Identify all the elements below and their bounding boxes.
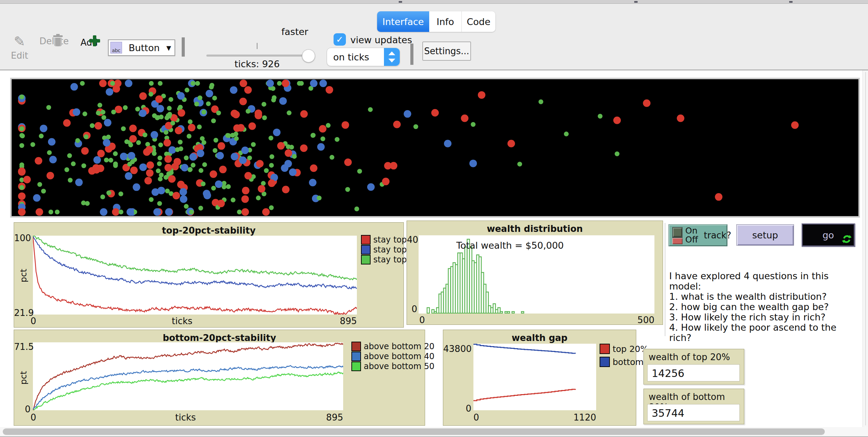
stepper-icon[interactable] <box>384 48 400 66</box>
y-axis-max: 71.5 <box>14 342 31 352</box>
go-button-label: go <box>822 230 834 240</box>
monitor-wealth-top-20: wealth of top 20% 14256 <box>643 349 744 385</box>
x-axis-min: 0 <box>31 412 36 423</box>
y-axis-max: 43800 <box>443 344 471 354</box>
toolbar: Interface Info Code ✎ Edit Delete Add ab… <box>0 4 868 70</box>
delete-button[interactable]: Delete <box>39 34 67 46</box>
dropdown-caret-icon: ▼ <box>166 44 171 51</box>
toolbar-separator <box>410 44 413 65</box>
plot-wealth-gap: wealth gap 43800 0 0 1120 top 20% bottom… <box>443 330 636 426</box>
plot-title: top-20pct-stability <box>14 225 403 236</box>
x-axis-min: 0 <box>473 412 479 423</box>
legend-swatch <box>351 362 361 371</box>
plot-top-20pct-stability: top-20pct-stability 100 21.9 pct 0 ticks… <box>14 222 404 328</box>
speed-slider-label: faster <box>274 26 315 37</box>
legend-swatch <box>600 357 610 367</box>
x-axis-max: 500 <box>630 315 654 325</box>
titlebar-artifact <box>789 1 793 3</box>
switch-knob-off-icon[interactable] <box>672 238 683 244</box>
tab-code[interactable]: Code <box>462 11 495 32</box>
note-line: 4. How likely the poor ascend to the ric… <box>669 322 861 343</box>
y-axis-title: pct <box>19 269 28 282</box>
view-updates-label: view updates <box>350 35 412 45</box>
plot-title: wealth distribution <box>407 224 663 234</box>
track-switch[interactable]: On Off track? <box>668 224 727 246</box>
x-axis-max: 895 <box>333 316 357 326</box>
plot-area <box>33 342 343 410</box>
panel-divider <box>665 223 665 336</box>
legend-item: above bottom 50 <box>351 362 434 371</box>
switch-off-label: Off <box>685 235 698 245</box>
monitor-wealth-bottom-80: wealth of bottom 80% 35744 <box>643 389 744 424</box>
legend-item: above bottom 20 <box>351 342 434 351</box>
toolbar-separator <box>182 37 185 57</box>
tab-bar: Interface Info Code <box>377 11 495 32</box>
x-axis-title: ticks <box>175 412 196 423</box>
speed-slider-tick <box>257 43 257 49</box>
monitor-value: 35744 <box>652 407 684 419</box>
forever-icon <box>842 234 852 244</box>
ticks-counter: ticks: 926 <box>219 59 295 69</box>
update-mode-dropdown[interactable]: on ticks <box>327 48 400 66</box>
y-axis-min: 21.9 <box>14 308 31 318</box>
plot-bottom-20pct-stability: bottom-20pct-stability 71.5 0 pct 0 tick… <box>14 330 425 426</box>
legend-swatch <box>361 235 371 245</box>
edit-button[interactable]: ✎ Edit <box>8 35 32 61</box>
x-axis-max: 895 <box>319 412 343 423</box>
legend-label: above bottom 40 <box>364 352 434 361</box>
y-axis-max: 100 <box>14 233 31 243</box>
x-axis-title: ticks <box>172 316 192 326</box>
update-mode-value: on ticks <box>327 52 384 62</box>
speed-slider-track[interactable] <box>206 55 314 57</box>
setup-button[interactable]: setup <box>736 224 794 246</box>
x-axis-min: 0 <box>419 315 425 325</box>
switch-name-label: track? <box>704 230 731 240</box>
edit-button-label: Edit <box>8 50 32 61</box>
total-wealth-annotation: Total wealth = $50,000 <box>456 240 564 251</box>
y-axis-max: 40 <box>407 235 417 245</box>
horizontal-scrollbar-thumb[interactable] <box>3 428 825 435</box>
settings-button[interactable]: Settings... <box>422 42 471 61</box>
delete-button-label: Delete <box>39 36 67 46</box>
legend-swatch <box>361 255 371 264</box>
tab-interface[interactable]: Interface <box>377 11 429 32</box>
y-axis-min: 0 <box>457 403 471 414</box>
legend-label: above bottom 20 <box>364 342 434 351</box>
note-line: 2. how big can the wealth gap be? <box>669 302 861 312</box>
y-axis-title: pct <box>19 371 28 385</box>
monitor-value-box: 35744 <box>647 404 740 421</box>
world-view[interactable] <box>10 78 860 217</box>
plot-wealth-distribution: wealth distribution Total wealth = $50,0… <box>407 221 663 325</box>
note-line: I have explored 4 questions in this mode… <box>669 271 861 292</box>
legend-swatch <box>600 344 610 354</box>
abc-widget-icon: abc <box>110 42 122 54</box>
legend-label: above bottom 50 <box>364 362 434 371</box>
vertical-scrollbar-line <box>865 72 866 425</box>
y-axis-min: 0 <box>407 304 417 314</box>
agents-canvas <box>12 79 858 216</box>
monitor-value: 14256 <box>652 367 684 379</box>
speed-slider-knob[interactable] <box>302 49 315 62</box>
legend-item: top 20% <box>600 344 648 354</box>
switch-on-label: On <box>685 226 698 236</box>
add-button[interactable]: Add <box>78 35 100 48</box>
switch-knob-icon[interactable] <box>673 228 682 237</box>
tab-info[interactable]: Info <box>429 11 462 32</box>
x-axis-min: 0 <box>31 316 36 326</box>
model-notes: I have explored 4 questions in this mode… <box>669 271 861 343</box>
legend-swatch <box>351 342 361 351</box>
note-line: 3. How likely the rich stay in rich? <box>669 312 861 322</box>
monitor-value-box: 14256 <box>647 364 740 381</box>
view-updates-checkbox[interactable]: ✓ <box>334 33 346 46</box>
legend-swatch <box>361 245 371 255</box>
legend-item: above bottom 40 <box>351 352 434 361</box>
pencil-icon: ✎ <box>14 34 25 49</box>
note-line: 1. what is the wealth distribution? <box>669 292 861 302</box>
widget-type-dropdown[interactable]: abc Button ▼ <box>108 39 175 56</box>
go-button[interactable]: go <box>801 223 855 247</box>
widget-type-value: Button <box>122 43 166 53</box>
y-axis-min: 0 <box>14 404 31 414</box>
plot-area <box>33 236 357 315</box>
titlebar-artifact <box>634 1 638 3</box>
legend-swatch <box>351 352 361 361</box>
